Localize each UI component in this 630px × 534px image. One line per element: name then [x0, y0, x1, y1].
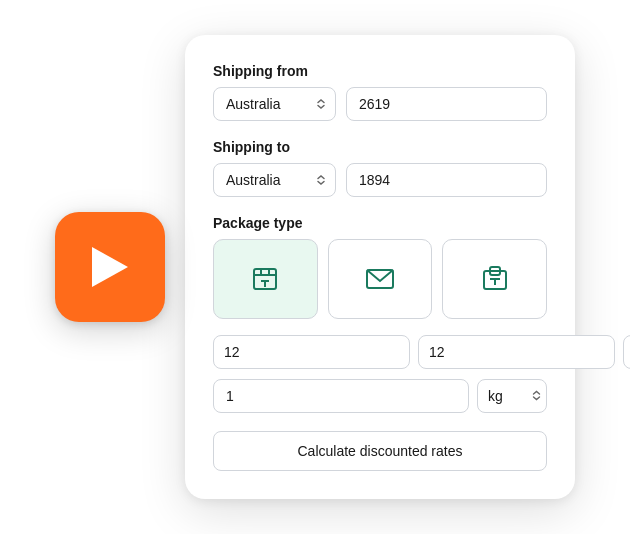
dim3-input[interactable]	[623, 335, 630, 369]
dim1-input[interactable]	[213, 335, 410, 369]
weight-unit-wrapper: kg lb	[477, 379, 547, 413]
package-option-box[interactable]	[213, 239, 318, 319]
shipping-from-label: Shipping from	[213, 63, 547, 79]
to-country-wrapper: Australia New Zealand United States Unit…	[213, 163, 336, 197]
to-postcode-input[interactable]: 1894	[346, 163, 547, 197]
from-country-select[interactable]: Australia New Zealand United States Unit…	[213, 87, 336, 121]
from-country-wrapper: Australia New Zealand United States Unit…	[213, 87, 336, 121]
shipping-to-label: Shipping to	[213, 139, 547, 155]
weight-unit-select[interactable]: kg lb	[477, 379, 547, 413]
calculate-button[interactable]: Calculate discounted rates	[213, 431, 547, 471]
package-option-envelope[interactable]	[328, 239, 433, 319]
app-icon	[55, 212, 165, 322]
to-country-select[interactable]: Australia New Zealand United States Unit…	[213, 163, 336, 197]
dim2-input[interactable]	[418, 335, 615, 369]
dimensions-row: cm in	[213, 335, 547, 369]
from-postcode-input[interactable]: 2619	[346, 87, 547, 121]
shipping-from-row: Australia New Zealand United States Unit…	[213, 87, 547, 121]
package-type-label: Package type	[213, 215, 547, 231]
svg-marker-0	[92, 247, 128, 287]
shipping-to-row: Australia New Zealand United States Unit…	[213, 163, 547, 197]
package-type-row	[213, 239, 547, 319]
weight-row: kg lb	[213, 379, 547, 413]
shipping-card: Shipping from Australia New Zealand Unit…	[185, 35, 575, 499]
package-option-satchel[interactable]	[442, 239, 547, 319]
weight-input[interactable]	[213, 379, 469, 413]
